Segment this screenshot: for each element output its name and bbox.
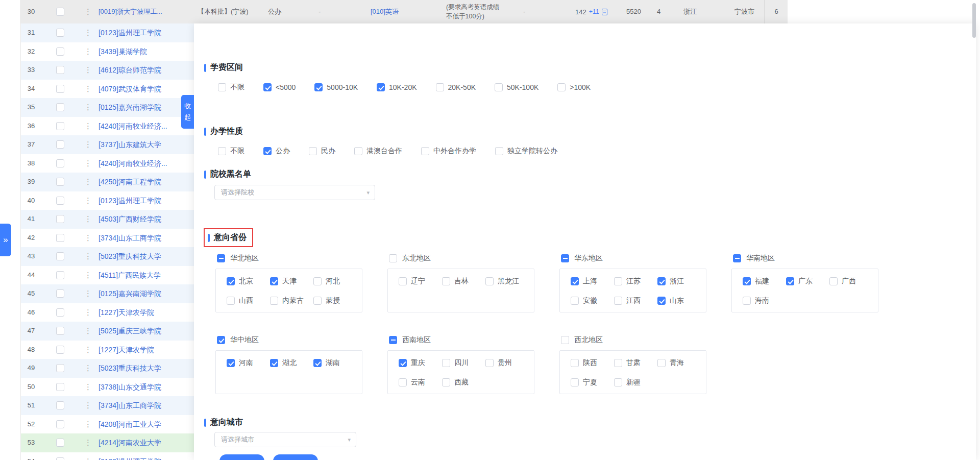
row-menu-icon[interactable]: ⋮: [84, 415, 92, 434]
checked-checkbox[interactable]: [217, 336, 225, 344]
province-option[interactable]: 新疆: [614, 373, 657, 392]
filter-option[interactable]: 10K-20K: [377, 83, 416, 91]
unchecked-checkbox[interactable]: [56, 346, 64, 354]
row-menu-icon[interactable]: ⋮: [84, 191, 92, 210]
region-header[interactable]: 西南地区: [387, 335, 534, 345]
province-option[interactable]: 吉林: [442, 272, 485, 291]
filter-option[interactable]: <5000: [263, 83, 296, 91]
province-option[interactable]: 浙江: [657, 272, 701, 291]
unchecked-checkbox[interactable]: [56, 159, 64, 167]
province-option[interactable]: 蒙授: [313, 291, 357, 310]
row-menu-icon[interactable]: ⋮: [84, 117, 92, 136]
unchecked-checkbox[interactable]: [421, 147, 429, 155]
province-option[interactable]: 黑龙江: [485, 272, 529, 291]
row-menu-icon[interactable]: ⋮: [84, 359, 92, 378]
row-menu-icon[interactable]: ⋮: [84, 210, 92, 229]
blacklist-select[interactable]: 请选择院校 ▾: [214, 185, 375, 200]
unchecked-checkbox[interactable]: [56, 197, 64, 205]
province-option[interactable]: 山西: [227, 291, 270, 310]
row-menu-icon[interactable]: ⋮: [84, 303, 92, 322]
province-option[interactable]: 云南: [399, 373, 442, 392]
selected-tag[interactable]: [273, 454, 318, 460]
checked-checkbox[interactable]: [377, 83, 385, 91]
cities-select[interactable]: 请选择城市 ▾: [214, 432, 356, 447]
row-menu-icon[interactable]: ⋮: [84, 154, 92, 173]
university-link[interactable]: [4511]广西民族大学: [99, 266, 192, 285]
row-menu-icon[interactable]: ⋮: [84, 341, 92, 359]
university-link[interactable]: [4214]河南农业大学: [99, 433, 192, 452]
collapse-panel-tab[interactable]: 收起: [181, 95, 194, 129]
province-option[interactable]: 福建: [743, 272, 786, 291]
university-link[interactable]: [0123]温州理工学院: [99, 191, 192, 210]
checked-checkbox[interactable]: [313, 359, 322, 367]
row-menu-icon[interactable]: ⋮: [84, 61, 92, 80]
unchecked-checkbox[interactable]: [485, 277, 494, 285]
unchecked-checkbox[interactable]: [56, 439, 64, 447]
expand-sidebar-tab[interactable]: »: [0, 224, 11, 256]
unchecked-checkbox[interactable]: [218, 83, 226, 91]
row-menu-icon[interactable]: ⋮: [84, 452, 92, 460]
unchecked-checkbox[interactable]: [56, 420, 64, 428]
unchecked-checkbox[interactable]: [56, 178, 64, 186]
filter-option[interactable]: 不限: [218, 147, 244, 156]
region-header[interactable]: 华东地区: [559, 253, 706, 263]
row-menu-icon[interactable]: ⋮: [84, 229, 92, 248]
filter-option[interactable]: 民办: [309, 147, 335, 156]
unchecked-checkbox[interactable]: [56, 401, 64, 409]
unchecked-checkbox[interactable]: [56, 364, 64, 372]
checked-checkbox[interactable]: [263, 83, 272, 91]
university-link[interactable]: [0123]温州理工学院: [99, 23, 192, 42]
unchecked-checkbox[interactable]: [436, 83, 444, 91]
province-option[interactable]: 西藏: [442, 373, 485, 392]
filter-option[interactable]: >100K: [557, 83, 591, 91]
university-link[interactable]: [5025]重庆三峡学院: [99, 322, 192, 341]
unchecked-checkbox[interactable]: [614, 297, 622, 305]
unchecked-checkbox[interactable]: [614, 378, 622, 386]
score-doc-icon[interactable]: [602, 9, 607, 15]
unchecked-checkbox[interactable]: [270, 297, 278, 305]
unchecked-checkbox[interactable]: [56, 327, 64, 335]
row-menu-icon[interactable]: ⋮: [84, 247, 92, 266]
unchecked-checkbox[interactable]: [313, 297, 322, 305]
indeterminate-checkbox[interactable]: [733, 254, 741, 262]
checked-checkbox[interactable]: [657, 277, 666, 285]
university-link[interactable]: [3439]巢湖学院: [99, 42, 192, 61]
unchecked-checkbox[interactable]: [56, 140, 64, 149]
university-link[interactable]: [1227]天津农学院: [99, 303, 192, 322]
region-header[interactable]: 华南地区: [731, 253, 878, 263]
university-link[interactable]: [4240]河南牧业经济...: [99, 154, 192, 173]
checked-checkbox[interactable]: [263, 147, 272, 155]
province-option[interactable]: 重庆: [399, 353, 442, 373]
unchecked-checkbox[interactable]: [571, 378, 579, 386]
university-link[interactable]: [4208]河南工业大学: [99, 415, 192, 434]
filter-option[interactable]: 公办: [263, 147, 290, 156]
region-header[interactable]: 东北地区: [387, 253, 534, 263]
indeterminate-checkbox[interactable]: [389, 336, 397, 344]
unchecked-checkbox[interactable]: [561, 336, 569, 344]
unchecked-checkbox[interactable]: [56, 457, 64, 460]
unchecked-checkbox[interactable]: [313, 277, 322, 285]
row-menu-icon[interactable]: ⋮: [84, 284, 92, 303]
province-option[interactable]: 河南: [227, 353, 270, 373]
unchecked-checkbox[interactable]: [571, 297, 579, 305]
unchecked-checkbox[interactable]: [442, 359, 450, 367]
unchecked-checkbox[interactable]: [56, 383, 64, 391]
unchecked-checkbox[interactable]: [56, 103, 64, 111]
unchecked-checkbox[interactable]: [56, 122, 64, 130]
unchecked-checkbox[interactable]: [495, 147, 503, 155]
selected-tag[interactable]: [219, 454, 264, 460]
unchecked-checkbox[interactable]: [399, 277, 407, 285]
checked-checkbox[interactable]: [786, 277, 794, 285]
unchecked-checkbox[interactable]: [743, 297, 751, 305]
unchecked-checkbox[interactable]: [829, 277, 838, 285]
university-link[interactable]: [0019]浙大宁波理工...: [99, 0, 162, 23]
unchecked-checkbox[interactable]: [442, 378, 450, 386]
province-option[interactable]: 甘肃: [614, 353, 657, 373]
row-menu-icon[interactable]: ⋮: [84, 173, 92, 191]
region-header[interactable]: 华中地区: [215, 335, 362, 345]
checked-checkbox[interactable]: [270, 277, 278, 285]
filter-option[interactable]: 20K-50K: [436, 83, 476, 91]
province-option[interactable]: 广西: [829, 272, 873, 291]
province-option[interactable]: 北京: [227, 272, 270, 291]
checked-checkbox[interactable]: [227, 359, 235, 367]
